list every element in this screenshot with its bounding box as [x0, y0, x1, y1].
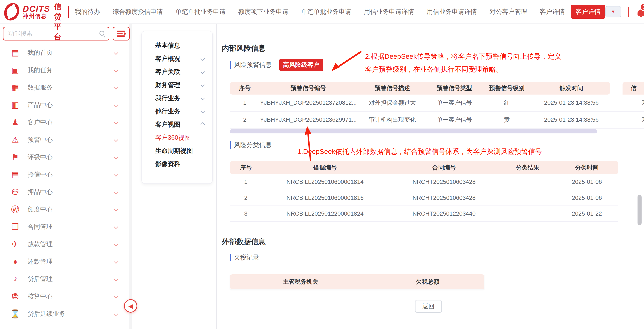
- chevron-down-icon: [114, 68, 118, 72]
- notifications-button[interactable]: 0: [636, 6, 644, 18]
- frozen-column-gap: [610, 82, 622, 94]
- submenu-item-lifecycle-view[interactable]: 生命周期视图: [142, 144, 212, 157]
- risk-warning-section-header: 风险预警信息 高风险级客户: [230, 59, 323, 70]
- horizontal-scrollbar[interactable]: [230, 129, 597, 133]
- flag-icon: ⚑: [9, 153, 21, 161]
- sidebar-item-disbursement-mgmt[interactable]: ✈ 放款管理: [0, 236, 129, 253]
- chevron-down-icon: [114, 85, 118, 89]
- top-nav: 我的待办 综合额度授信申请 单笔单批业务申请 额度项下业务申请 单笔单批业务申请…: [75, 7, 565, 16]
- risk-classification-section-header: 风险分类信息: [230, 140, 272, 150]
- diamond-icon: ♦: [9, 258, 21, 266]
- chevron-down-icon: [200, 56, 205, 61]
- table-row: 2 YJBHYJXH_DGP20250123629971... 审计机构出现变化…: [230, 111, 644, 128]
- doc-w-icon: Ⓦ: [9, 205, 21, 213]
- chevron-up-icon: [200, 122, 205, 127]
- sidebar-menu: ▤ 我的首页 ▣ 我的任务 ▦ 数据服务 ▥ 产品中心 ♟ 客户中心 ⚠ 预警中…: [0, 44, 129, 323]
- clipped-column-header: 信: [622, 82, 644, 94]
- sidebar-item-credit-center[interactable]: ▤ 授信中心: [0, 166, 129, 183]
- nav-item-loan-use-detail-2[interactable]: 用信业务申请详情: [427, 7, 477, 16]
- bag-icon: ⛁: [9, 188, 21, 196]
- table-header-row: 序号 借据编号 合同编号 分类结果 分类时间: [230, 161, 618, 174]
- nav-item-loan-use-detail-1[interactable]: 用信业务申请详情: [364, 7, 414, 16]
- sidebar-item-my-home[interactable]: ▤ 我的首页: [0, 44, 129, 61]
- nav-item-credit-line-apply[interactable]: 综合额度授信申请: [113, 7, 163, 16]
- sidebar-item-accounting-center[interactable]: ⛃ 核算中心: [0, 288, 129, 305]
- chevron-down-icon: [114, 172, 118, 177]
- sidebar-item-post-loan-continuation[interactable]: ⌛ 贷后延续业务: [0, 305, 129, 323]
- annotation-2: 2.根据DeepSeek传导策略，将客户名下预警信号向上传导，定义 客户预警级别…: [365, 50, 561, 76]
- paper-plane-icon: ✈: [9, 240, 21, 248]
- sidebar-item-repayment-mgmt[interactable]: ♦ 还款管理: [0, 253, 129, 270]
- section-title-external-data: 外部数据信息: [222, 237, 266, 247]
- calendar-icon: ▦: [9, 83, 21, 91]
- hamburger-icon: [117, 30, 125, 32]
- submenu-item-customer-360-view[interactable]: 客户360视图: [142, 131, 212, 144]
- chevron-down-icon: [114, 277, 118, 281]
- table-row: 1 YJBHYJXH_DGP20250123720812... 对外担保金额过大…: [230, 94, 644, 111]
- arrow-left-icon: ◀: [128, 303, 133, 310]
- dropdown-button[interactable]: ▼: [605, 6, 621, 17]
- table-header-row: 序号 预警信号编号 预警信号描述 预警信号类型 预警信号级别 触发时间 信: [230, 82, 644, 94]
- idcard-icon: ▤: [9, 170, 21, 179]
- active-tab-customer-detail[interactable]: 客户详情: [571, 5, 605, 19]
- sidebar-item-limit-center[interactable]: Ⓦ 额度中心: [0, 201, 129, 218]
- chevron-down-icon: ▼: [611, 9, 616, 14]
- table-row: 3 NRCBILL2025012200001824 NRCHT202501220…: [230, 206, 618, 222]
- chevron-down-icon: [114, 294, 118, 299]
- menu-collapse-button[interactable]: [113, 27, 130, 40]
- chevron-down-icon: [200, 83, 205, 87]
- tax-arrears-table: 主管税务机关 欠税总额: [230, 274, 484, 289]
- sidebar-item-product-center[interactable]: ▥ 产品中心: [0, 96, 129, 114]
- submenu-item-basic-info[interactable]: 基本信息: [142, 39, 212, 52]
- map-icon: ▥: [9, 101, 21, 109]
- submenu-item-customer-view[interactable]: 客户视图: [142, 118, 212, 131]
- logo-divider: [68, 6, 69, 18]
- main-content: 内部风险信息 风险预警信息 高风险级客户 2.根据DeepSeek传导策略，将客…: [216, 24, 644, 329]
- section-marker-bar: [230, 61, 231, 69]
- sidebar-collapse-button[interactable]: ◀: [124, 299, 137, 313]
- product-title: 综合信贷平台: [54, 0, 62, 42]
- sidebar-item-customer-center[interactable]: ♟ 客户中心: [0, 114, 129, 131]
- sidebar-scrollbar[interactable]: [129, 24, 132, 329]
- submenu-item-image-materials[interactable]: 影像资料: [142, 157, 212, 170]
- risk-classification-table: 序号 借据编号 合同编号 分类结果 分类时间 1 NRCBILL20250106…: [230, 161, 618, 222]
- chevron-down-icon: [200, 96, 205, 100]
- submenu-item-our-bank-business[interactable]: 我行业务: [142, 91, 212, 105]
- sidebar-item-post-loan-mgmt[interactable]: ♆ 贷后管理: [0, 270, 129, 288]
- sidebar-item-my-tasks[interactable]: ▣ 我的任务: [0, 61, 129, 79]
- nav-item-corporate-customer[interactable]: 对公客户管理: [490, 7, 527, 16]
- nav-item-under-limit[interactable]: 额度项下业务申请: [238, 7, 288, 16]
- submenu-item-other-bank-business[interactable]: 他行业务: [142, 105, 212, 118]
- folder-icon: ❒: [9, 223, 21, 231]
- nav-item-single-batch-2[interactable]: 单笔单批业务申请: [301, 7, 351, 16]
- chevron-down-icon: [114, 120, 118, 124]
- chevron-down-icon: [114, 103, 118, 107]
- section-marker-bar: [230, 254, 231, 261]
- brand-name: DCITS: [23, 4, 50, 13]
- high-risk-customer-badge: 高风险级客户: [279, 59, 323, 71]
- sidebar-item-data-services[interactable]: ▦ 数据服务: [0, 79, 129, 96]
- search-icon: [100, 31, 104, 36]
- table-header-row: 主管税务机关 欠税总额: [230, 274, 484, 289]
- submenu-item-finance-mgmt[interactable]: 财务管理: [142, 78, 212, 91]
- nav-item-customer-detail[interactable]: 客户详情: [540, 7, 565, 16]
- sidebar-item-collateral-center[interactable]: ⛁ 押品中心: [0, 183, 129, 201]
- submenu-item-customer-overview[interactable]: 客户概况: [142, 52, 212, 65]
- sidebar-item-rating-center[interactable]: ⚑ 评级中心: [0, 148, 129, 166]
- submenu-item-customer-relation[interactable]: 客户关联: [142, 65, 212, 78]
- brand-subname: 神州信息: [23, 13, 50, 19]
- utensils-icon: ♆: [9, 275, 21, 283]
- chevron-down-icon: [114, 207, 118, 211]
- bag-icon: ⛃: [9, 292, 21, 301]
- section-title-internal-risk: 内部风险信息: [222, 43, 266, 53]
- sidebar-item-contract-mgmt[interactable]: ❒ 合同管理: [0, 218, 129, 236]
- vertical-divider: [628, 7, 629, 16]
- back-button[interactable]: 返回: [415, 300, 442, 313]
- risk-warning-table: 序号 预警信号编号 预警信号描述 预警信号类型 预警信号级别 触发时间 信 1 …: [230, 82, 644, 129]
- search-input[interactable]: [8, 30, 98, 37]
- nav-item-single-batch-1[interactable]: 单笔单批业务申请: [176, 7, 226, 16]
- nav-item-my-todo[interactable]: 我的待办: [75, 7, 100, 16]
- sidebar-item-warning-center[interactable]: ⚠ 预警中心: [0, 131, 129, 148]
- chevron-down-icon: [200, 70, 205, 74]
- page-vertical-scrollbar[interactable]: [638, 195, 642, 225]
